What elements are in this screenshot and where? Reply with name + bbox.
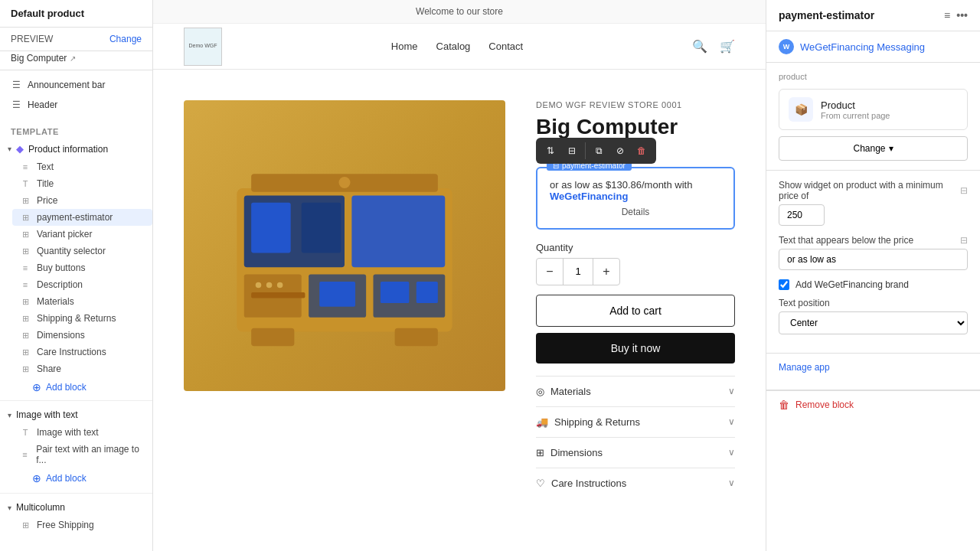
manage-app-section: Manage app <box>766 354 980 390</box>
sidebar-item-materials[interactable]: ⊞ Materials <box>12 293 152 310</box>
remove-block-button[interactable]: 🗑 Remove block <box>766 390 980 419</box>
toolbar-align-btn[interactable]: ⊟ <box>562 141 582 161</box>
accordion-dimensions-header[interactable]: ⊞ Dimensions ∨ <box>536 447 735 458</box>
shipping-acc-icon: 🚚 <box>536 416 548 428</box>
svg-rect-9 <box>395 328 438 346</box>
sidebar-item-image-with-text-child[interactable]: T Image with text <box>12 424 152 441</box>
share-icon: ⊞ <box>20 364 31 374</box>
sidebar-item-description[interactable]: ≡ Description <box>12 276 152 293</box>
toolbar-duplicate-btn[interactable]: ⧉ <box>589 141 609 161</box>
quantity-input[interactable] <box>563 259 593 285</box>
announcement-bar-icon: ☰ <box>11 80 21 90</box>
svg-rect-8 <box>251 328 294 346</box>
computer-illustration <box>214 131 475 360</box>
wgf-brand-name: WeGetFinancing Messaging <box>800 41 925 53</box>
min-price-section: Show widget on product with a minimum pr… <box>766 171 980 354</box>
care-icon: ⊞ <box>20 347 31 357</box>
sidebar-item-price[interactable]: ⊞ Price <box>12 192 152 209</box>
chevron-down-icon: ▾ <box>8 504 11 512</box>
accordion-materials-header[interactable]: ◎ Materials ∨ <box>536 386 735 397</box>
multicolumn-children: ⊞ Free Shipping <box>0 517 152 533</box>
info-icon: ⊟ <box>960 235 968 246</box>
add-brand-checkbox[interactable] <box>779 279 789 290</box>
product-change-button[interactable]: Change ▾ <box>779 136 968 161</box>
accordion-shipping-header[interactable]: 🚚 Shipping & Returns ∨ <box>536 416 735 428</box>
search-icon[interactable]: 🔍 <box>692 39 707 54</box>
payment-estimator-icon: ⊞ <box>20 213 31 223</box>
more-options-icon[interactable]: ••• <box>956 9 968 21</box>
sidebar-item-free-shipping[interactable]: ⊞ Free Shipping <box>12 517 152 533</box>
text-below-price-input[interactable] <box>779 249 968 270</box>
preview-row: PREVIEW Change <box>0 28 152 51</box>
sidebar-item-quantity-selector[interactable]: ⊞ Quantity selector <box>12 243 152 259</box>
sidebar-item-buy-buttons[interactable]: ≡ Buy buttons <box>12 259 152 276</box>
cart-icon[interactable]: 🛒 <box>720 39 735 54</box>
add-brand-row: Add WeGetFinancing brand <box>779 279 968 290</box>
preview-label: PREVIEW <box>11 34 53 44</box>
nav-catalog[interactable]: Catalog <box>436 41 471 52</box>
toolbar-delete-btn[interactable]: 🗑 <box>632 141 652 161</box>
sidebar-item-pair-text[interactable]: ≡ Pair text with an image to f... <box>12 441 152 468</box>
product-information-parent[interactable]: ▾ ◆ Product information <box>0 139 152 158</box>
free-shipping-icon: ⊞ <box>20 520 31 530</box>
sidebar-item-header[interactable]: ☰ Header <box>0 95 152 115</box>
wegetfinancing-link[interactable]: WeGetFinancing <box>550 191 628 202</box>
add-block-product-info[interactable]: ⊕ Add block <box>12 377 152 397</box>
min-price-group: Show widget on product with a minimum pr… <box>779 180 968 226</box>
widget-toolbar: ⇅ ⊟ ⧉ ⊘ 🗑 <box>536 138 656 164</box>
toolbar-hide-btn[interactable]: ⊘ <box>610 141 630 161</box>
add-to-cart-button[interactable]: Add to cart <box>536 295 735 327</box>
accordion-chevron-down-icon: ∨ <box>728 386 735 396</box>
sidebar-item-care-instructions[interactable]: ⊞ Care Instructions <box>12 344 152 360</box>
variant-icon: ⊞ <box>20 230 31 240</box>
store-nav-icons: 🔍 🛒 <box>692 39 735 54</box>
quantity-increase-button[interactable]: + <box>593 259 619 285</box>
sidebar-item-dimensions[interactable]: ⊞ Dimensions <box>12 327 152 344</box>
min-price-input[interactable] <box>779 204 825 226</box>
payment-details-link[interactable]: Details <box>550 207 721 217</box>
manage-app-link[interactable]: Manage app <box>779 362 830 373</box>
right-sidebar-header: payment-estimator ≡ ••• <box>766 0 980 31</box>
image-with-text-section: ▾ Image with text T Image with text ≡ Pa… <box>0 400 152 493</box>
list-icon[interactable]: ≡ <box>944 9 950 21</box>
nav-contact[interactable]: Contact <box>488 41 523 52</box>
sidebar-item-text[interactable]: ≡ Text <box>12 158 152 175</box>
text-position-select[interactable]: Left Center Right <box>779 311 968 334</box>
preview-change-link[interactable]: Change <box>109 34 142 44</box>
svg-point-18 <box>339 177 351 188</box>
multicolumn-parent[interactable]: ▾ Multicolumn <box>0 498 152 517</box>
right-header-icons: ≡ ••• <box>944 9 968 21</box>
external-link-icon[interactable]: ↗ <box>70 54 76 63</box>
wgf-brand-row: W WeGetFinancing Messaging <box>766 31 980 63</box>
sidebar-item-share[interactable]: ⊞ Share <box>12 360 152 377</box>
header-icon: ☰ <box>11 99 21 110</box>
product-area: DEMO WGF REVIEW STORE 0001 Big Computer … <box>153 70 766 551</box>
svg-rect-2 <box>251 203 291 253</box>
left-sidebar: Default product PREVIEW Change Big Compu… <box>0 0 153 551</box>
sidebar-item-shipping-returns[interactable]: ⊞ Shipping & Returns <box>12 310 152 327</box>
sidebar-item-announcement-bar[interactable]: ☰ Announcement bar <box>0 75 152 95</box>
svg-rect-16 <box>251 292 305 298</box>
nav-home[interactable]: Home <box>391 41 418 52</box>
buy-now-button[interactable]: Buy it now <box>536 333 735 364</box>
buy-buttons-icon: ≡ <box>20 263 31 272</box>
text-below-price-group: Text that appears below the price ⊟ <box>779 235 968 270</box>
product-icon: ◆ <box>16 143 24 155</box>
add-block-image-text[interactable]: ⊕ Add block <box>12 468 152 488</box>
store-nav: Home Catalog Contact <box>391 41 523 52</box>
sidebar-item-payment-estimator[interactable]: ⊞ payment-estimator <box>12 209 152 226</box>
dimensions-icon: ⊞ <box>20 331 31 341</box>
toolbar-move-btn[interactable]: ⇅ <box>541 141 560 161</box>
sidebar-item-variant-picker[interactable]: ⊞ Variant picker <box>12 226 152 243</box>
sidebar-item-title[interactable]: T Title <box>12 175 152 192</box>
quantity-decrease-button[interactable]: − <box>537 259 563 285</box>
store-header: Demo WGF Home Catalog Contact 🔍 🛒 <box>153 24 766 70</box>
product-store-name: DEMO WGF REVIEW STORE 0001 <box>536 100 735 109</box>
product-image <box>184 100 505 391</box>
svg-rect-3 <box>302 203 341 253</box>
accordion-care-header[interactable]: ♡ Care Instructions ∨ <box>536 478 735 489</box>
accordion-care: ♡ Care Instructions ∨ <box>536 468 735 498</box>
image-with-text-parent[interactable]: ▾ Image with text <box>0 406 152 424</box>
price-icon: ⊞ <box>20 196 31 206</box>
image-text-icon: T <box>20 428 31 437</box>
